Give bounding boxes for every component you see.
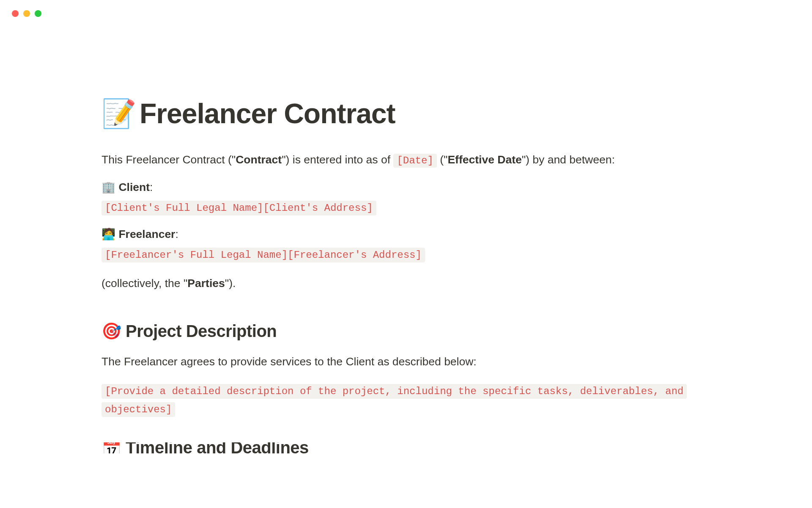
- memo-icon: 📝: [102, 99, 136, 127]
- client-placeholder[interactable]: [Client's Full Legal Name][Client's Addr…: [102, 201, 376, 215]
- project-description-title: Project Description: [126, 322, 277, 341]
- technologist-icon: 🧑‍💻: [102, 228, 115, 240]
- project-description-intro: The Freelancer agrees to provide service…: [102, 353, 710, 371]
- client-label: 🏢 Client:: [102, 180, 710, 194]
- freelancer-label: 🧑‍💻 Freelancer:: [102, 227, 710, 241]
- calendar-icon: 📅: [102, 442, 121, 453]
- page-title-text: Freelancer Contract: [140, 97, 395, 130]
- project-description-placeholder-line: [Provide a detailed description of the p…: [102, 382, 710, 419]
- maximize-window-icon[interactable]: [35, 10, 41, 17]
- freelancer-placeholder-line: [Freelancer's Full Legal Name][Freelance…: [102, 246, 710, 264]
- parties-text: (collectively, the "Parties").: [102, 274, 710, 293]
- close-window-icon[interactable]: [12, 10, 19, 17]
- client-placeholder-line: [Client's Full Legal Name][Client's Addr…: [102, 199, 710, 217]
- intro-paragraph: This Freelancer Contract ("Contract") is…: [102, 151, 710, 169]
- building-icon: 🏢: [102, 181, 115, 193]
- timeline-heading-partial: 📅 Timeline and Deadlines: [102, 442, 710, 453]
- project-description-heading: 🎯 Project Description: [102, 322, 710, 341]
- project-description-placeholder[interactable]: [Provide a detailed description of the p…: [102, 384, 687, 417]
- target-icon: 🎯: [102, 322, 121, 340]
- minimize-window-icon[interactable]: [23, 10, 30, 17]
- timeline-title: Timeline and Deadlines: [126, 442, 309, 453]
- document-content: 📝 Freelancer Contract This Freelancer Co…: [0, 17, 812, 453]
- freelancer-placeholder[interactable]: [Freelancer's Full Legal Name][Freelance…: [102, 248, 425, 262]
- date-placeholder[interactable]: [Date]: [393, 154, 436, 168]
- page-title: 📝 Freelancer Contract: [102, 97, 710, 130]
- window-controls: [0, 0, 812, 17]
